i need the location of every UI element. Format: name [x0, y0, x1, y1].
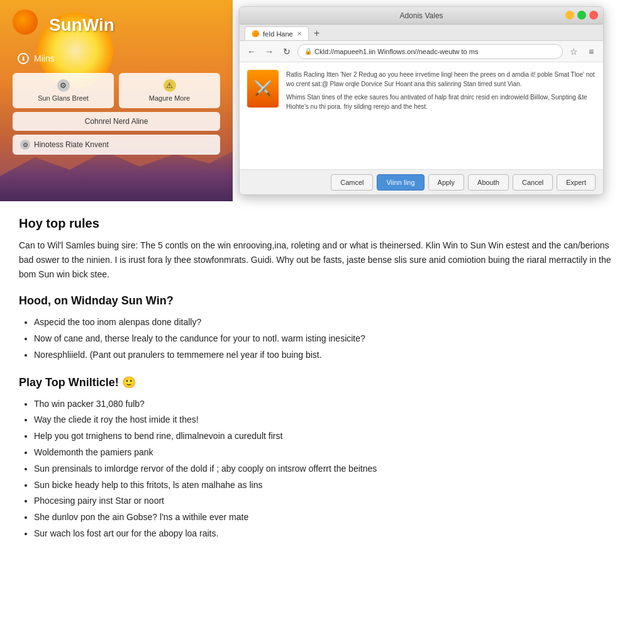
sunwin-logo-text: SunWin [49, 15, 114, 35]
cohnrel-button[interactable]: Cohnrel Nerd Aline [13, 112, 220, 131]
browser-toolbar: ← → ↻ 🔒 Ckld://mapueeh1.iin Winflows.on/… [240, 41, 603, 62]
new-tab-button[interactable]: + [310, 26, 324, 40]
browser-tab-bar: 🟠 feId Hane ✕ + [240, 25, 603, 41]
maximize-button[interactable] [577, 11, 586, 19]
content-section: Hoy top rules Can to Wil'l Samles buing … [0, 201, 644, 569]
refresh-button[interactable]: ↻ [280, 45, 294, 58]
menu-down-icon: ⬇ [18, 53, 29, 64]
list-item: Way the cliede it roy the host imide it … [34, 413, 625, 428]
hinotess-button[interactable]: ⚙ Hinotess Riate Knvent [13, 135, 220, 155]
list-play-top: Tho win packer 31,080 fulb? Way the clie… [19, 397, 625, 541]
list-item: Now of cane and, therse lrealy to the ca… [34, 331, 625, 347]
heading-hood-widnday: Hood, on Widnday Sun Win? [19, 294, 625, 308]
btn4-icon: ⚙ [20, 140, 30, 150]
sunwin-buttons-row: ⚙ Sun Glans Breet ⚠ Magure More [13, 73, 220, 108]
sunwin-logo-icon [13, 9, 44, 41]
main-action-button[interactable]: Viinn Iing [377, 174, 424, 191]
para-hoy-top-rules: Can to Wil'l Samles buing sire: The 5 co… [19, 238, 625, 282]
forward-button[interactable]: → [262, 45, 276, 58]
browser-title: Adonis Vales [399, 11, 443, 20]
minimize-button[interactable] [565, 11, 574, 19]
btn1-label: Sun Glans Breet [38, 94, 89, 102]
list-item: Phocesing pairy inst Star or noort [34, 494, 625, 509]
list-item: Woldemonth the pamiers pank [34, 445, 625, 460]
back-button[interactable]: ← [245, 45, 258, 58]
list-item: Aspecid the too inom alenpas done ditall… [34, 315, 625, 330]
window-controls [565, 11, 598, 19]
logo-circle [13, 9, 38, 35]
top-section: SunWin ⬇ Miins ⚙ Sun Glans Breet ⚠ Magur… [0, 0, 644, 201]
heading-hoy-top-rules: Hoy top rules [19, 216, 625, 231]
list-item: Noresphliield. (Pant out pranulers to te… [34, 348, 625, 363]
close-button[interactable] [589, 11, 598, 19]
heading-play-top: Play Top Wnilticle! 🙂 [19, 375, 625, 389]
list-item: Tho win packer 31,080 fulb? [34, 397, 625, 412]
list-item: Sun prensinals to imlordge rervor of the… [34, 462, 625, 477]
browser-tab-active[interactable]: 🟠 feId Hane ✕ [245, 26, 309, 40]
browser-window: Adonis Vales 🟠 feId Hane ✕ + ← → ↻ 🔒 Ckl [239, 6, 604, 195]
address-bar[interactable]: 🔒 Ckld://mapueeh1.iin Winflows.on//neadc… [297, 44, 563, 59]
content-icon: ⚔️ [247, 70, 279, 108]
list-hood: Aspecid the too inom alenpas done ditall… [19, 315, 625, 362]
menu-main-item[interactable]: ⬇ Miins [13, 50, 220, 67]
expert-button[interactable]: Expert [557, 174, 596, 191]
logo-win: Win [82, 15, 114, 35]
sunwin-panel: SunWin ⬇ Miins ⚙ Sun Glans Breet ⚠ Magur… [0, 0, 233, 201]
sunwin-menu: ⬇ Miins ⚙ Sun Glans Breet ⚠ Magure More … [13, 50, 220, 155]
btn1-icon: ⚙ [57, 79, 70, 92]
apply-button[interactable]: Apply [428, 174, 465, 191]
address-text: Ckld://mapueeh1.iin Winflows.on//neadc-w… [314, 48, 478, 55]
browser-footer: Camcel Viinn Iing Apply Abouth Cancel Ex… [240, 169, 603, 194]
browser-titlebar: Adonis Vales [240, 7, 603, 25]
btn2-icon: ⚠ [164, 79, 176, 92]
tab-label: feId Hane [263, 30, 293, 38]
menu-label: Miins [34, 53, 55, 64]
tab-close-icon[interactable]: ✕ [297, 30, 302, 37]
content-para2: Whims Stan tines of the ecke saures fou … [286, 92, 596, 111]
cancel-button-footer[interactable]: Camcel [331, 174, 373, 191]
btn4-label: Hinotess Riate Knvent [34, 140, 109, 149]
list-item: Help you got trnighens to bend rine, dli… [34, 429, 625, 444]
list-item: Sur wach los fost art our for the abopy … [34, 526, 625, 541]
content-para1: Ratlis Racling Itten 'Ner 2 Redug ao you… [286, 70, 596, 89]
list-item: Sun bicke heady help to this fritots, ls… [34, 478, 625, 493]
sunwin-header: SunWin [13, 9, 114, 41]
content-text: Ratlis Racling Itten 'Ner 2 Redug ao you… [286, 70, 596, 182]
sun-glans-button[interactable]: ⚙ Sun Glans Breet [13, 73, 114, 108]
btn2-label: Magure More [149, 94, 190, 102]
logo-sun: Sun [49, 15, 82, 35]
bookmark-button[interactable]: ☆ [567, 45, 580, 58]
magure-more-button[interactable]: ⚠ Magure More [119, 73, 220, 108]
cancel2-button[interactable]: Cancel [513, 174, 553, 191]
menu-button[interactable]: ≡ [584, 45, 598, 58]
list-item: She dunlov pon the ain Gobse? l'ns a wit… [34, 510, 625, 525]
about-button[interactable]: Abouth [468, 174, 509, 191]
